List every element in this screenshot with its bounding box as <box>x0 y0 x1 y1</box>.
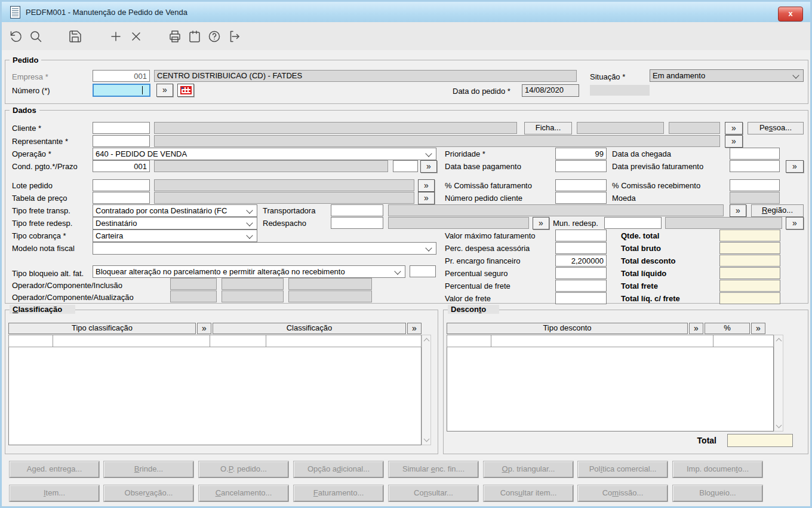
exit-button[interactable] <box>227 29 241 44</box>
search-button[interactable] <box>29 29 43 44</box>
politica-comercial-button[interactable]: Política comercial... <box>578 461 668 478</box>
desconto-col1-lookup-button[interactable]: » <box>689 323 703 334</box>
classificacao-cell-tipo-descricao[interactable] <box>53 335 210 347</box>
tabela-preco-input[interactable] <box>93 192 150 204</box>
comissao-button[interactable]: Comissão... <box>578 485 668 501</box>
desconto-cell-codigo[interactable] <box>447 335 491 347</box>
data-previsao-input[interactable] <box>730 160 780 172</box>
redespacho-lookup-button[interactable]: » <box>533 217 549 229</box>
pr-encargo-label: Pr. encargo financeiro <box>445 256 520 265</box>
num-pedido-cliente-input[interactable] <box>555 192 607 204</box>
tabela-preco-lookup-button[interactable]: » <box>418 192 435 204</box>
opcao-adicional-button[interactable]: Opção adicional... <box>294 461 383 478</box>
desconto-scrollbar[interactable] <box>774 335 783 432</box>
item-button[interactable]: Item... <box>10 485 99 501</box>
classificacao-col2-header[interactable]: Classificação <box>213 323 406 334</box>
tipo-cobranca-select[interactable]: Carteira <box>93 229 257 242</box>
desconto-cell-percentual[interactable] <box>713 335 774 347</box>
consultar-item-button[interactable]: Consultar item... <box>484 485 573 501</box>
pessoa-button[interactable]: Pessoa... <box>748 122 804 134</box>
simular-enc-fin-button[interactable]: Simular enc. fin.... <box>389 461 478 478</box>
scroll-down-icon[interactable] <box>776 423 782 429</box>
scroll-up-icon[interactable] <box>424 338 430 344</box>
cancelamento-button[interactable]: Cancelamento... <box>199 485 288 501</box>
classificacao-scrollbar[interactable] <box>422 335 431 445</box>
regiao-button[interactable]: Região... <box>751 204 804 217</box>
desconto-cell-descricao[interactable] <box>491 335 713 347</box>
brinde-button[interactable]: Brinde... <box>104 461 193 478</box>
prazo-input[interactable] <box>393 160 418 172</box>
desconto-col1-header[interactable]: Tipo desconto <box>447 323 688 334</box>
tipo-bloqueio-select[interactable]: Bloquear alteração no parcelamento e per… <box>93 265 405 278</box>
lote-lookup-button[interactable]: » <box>418 179 435 192</box>
transportadora-lookup-button[interactable]: » <box>730 204 746 217</box>
prioridade-input[interactable] <box>555 148 607 160</box>
tipo-frete-redesp-select[interactable]: Destinatário <box>93 217 257 229</box>
desconto-grid[interactable] <box>447 335 774 432</box>
classificacao-col1-lookup-button[interactable]: » <box>197 323 211 334</box>
mun-redesp-lookup-button[interactable]: » <box>786 217 804 229</box>
observacao-button[interactable]: Observação... <box>104 485 193 501</box>
scroll-up-icon[interactable] <box>776 338 782 344</box>
desconto-col2-lookup-button[interactable]: » <box>751 323 765 334</box>
classificacao-col2-lookup-button[interactable]: » <box>407 323 422 334</box>
op-triangular-button[interactable]: Op. triangular... <box>484 461 573 478</box>
tipo-frete-transp-select[interactable]: Contratado por conta Destinatário (FC <box>93 204 257 217</box>
data-chegada-input[interactable] <box>730 148 780 160</box>
comissao-fat-input[interactable] <box>555 179 607 191</box>
document-icon <box>10 6 20 19</box>
classificacao-col1-header[interactable]: Tipo classificação <box>8 323 196 334</box>
desconto-col2-header[interactable]: % <box>705 323 750 334</box>
cond-pgto-lookup-button[interactable]: » <box>420 160 437 173</box>
comissao-rec-input[interactable] <box>730 179 780 191</box>
aged-entrega-button[interactable]: Aged. entrega... <box>10 461 99 478</box>
classificacao-cell-descricao[interactable] <box>266 335 422 347</box>
save-button[interactable] <box>68 29 82 44</box>
consultar-button[interactable]: Consultar... <box>389 485 478 501</box>
modelo-nf-select[interactable] <box>93 242 436 255</box>
valor-maximo-input[interactable] <box>555 229 607 241</box>
print-button[interactable] <box>168 29 182 44</box>
scroll-down-icon[interactable] <box>424 436 430 442</box>
redespacho-input[interactable] <box>331 217 383 229</box>
help-button[interactable] <box>207 29 222 44</box>
perc-despesa-input[interactable] <box>555 242 607 254</box>
calendar-button[interactable] <box>187 29 202 44</box>
op-pedido-button[interactable]: O.P. pedido... <box>199 461 288 478</box>
lote-input[interactable] <box>93 179 150 191</box>
cond-pgto-input[interactable] <box>93 160 150 172</box>
representante-lookup-button[interactable]: » <box>725 135 743 148</box>
tipo-bloqueio-aux-field[interactable] <box>410 265 436 277</box>
mun-redesp-input[interactable] <box>604 217 662 229</box>
numero-lookup-button[interactable]: » <box>156 84 173 97</box>
representante-code-input[interactable] <box>93 135 150 147</box>
bloqueio-button[interactable]: Bloqueio... <box>673 485 762 501</box>
undo-button[interactable] <box>8 29 23 44</box>
valor-frete-input[interactable] <box>555 292 607 304</box>
cancel-button[interactable] <box>129 29 143 44</box>
cliente-code-input[interactable] <box>93 122 150 134</box>
transportadora-input[interactable] <box>331 204 383 216</box>
numero-grid-button[interactable] <box>177 84 194 97</box>
representante-label: Representante * <box>12 137 68 146</box>
cliente-lookup-button[interactable]: » <box>725 122 743 134</box>
situacao-select[interactable]: Em andamento <box>650 69 804 82</box>
perc-frete-input[interactable] <box>555 280 607 292</box>
imp-documento-button[interactable]: Imp. documento... <box>673 461 762 478</box>
data-previsao-lookup-button[interactable]: » <box>786 160 804 173</box>
data-base-input[interactable] <box>555 160 607 172</box>
dados-legend: Dados <box>10 106 39 115</box>
pr-encargo-input[interactable] <box>555 255 607 267</box>
empresa-code-field[interactable] <box>93 70 150 82</box>
operacao-select[interactable]: 640 - PEDIDO DE VENDA <box>93 148 436 160</box>
perc-seguro-input[interactable] <box>555 267 607 279</box>
classificacao-cell-tipo-codigo[interactable] <box>8 335 53 347</box>
faturamento-button[interactable]: Faturamento... <box>294 485 383 501</box>
close-button[interactable]: x <box>778 7 803 22</box>
total-liquido-label: Total líquido <box>621 269 666 278</box>
add-button[interactable] <box>109 29 123 44</box>
chevron-down-icon <box>394 268 401 274</box>
classificacao-grid[interactable] <box>8 335 422 445</box>
classificacao-cell-codigo[interactable] <box>210 335 266 347</box>
ficha-button[interactable]: Ficha... <box>524 122 572 134</box>
